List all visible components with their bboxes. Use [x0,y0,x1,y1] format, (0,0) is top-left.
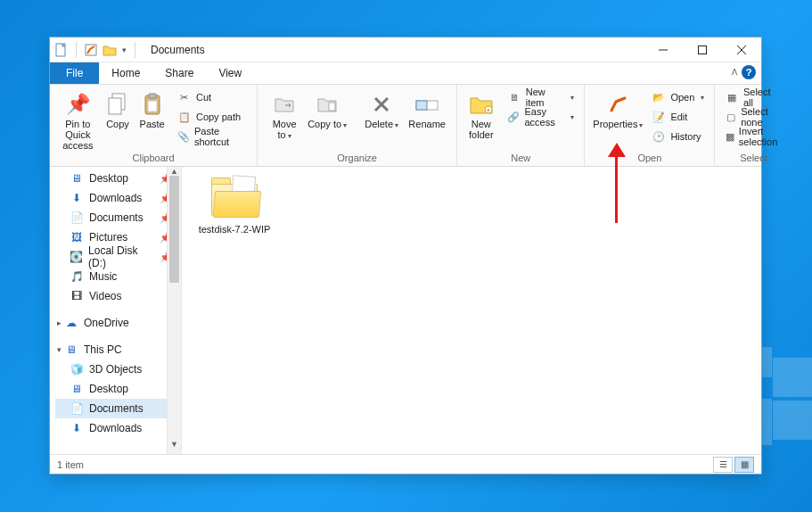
properties-button[interactable]: Properties▾ [592,88,644,131]
svg-rect-10 [148,101,157,111]
open-button[interactable]: 📂Open▾ [649,88,707,106]
ribbon: 📌 Pin to Quick access Copy Paste ✂Cut 📋C… [50,85,761,167]
edit-button[interactable]: 📝Edit [649,108,707,126]
group-label-organize: Organize [265,153,449,164]
copy-to-icon [308,90,347,119]
view-large-icons-button[interactable]: ▦ [734,457,754,473]
nav-qa-desktop[interactable]: 🖥Desktop📌 [55,169,181,188]
documents-icon: 📄 [70,211,84,224]
titlebar: ▾ Documents [50,37,761,62]
svg-rect-9 [149,94,156,98]
new-item-icon: 🗎 [507,92,521,103]
nav-qa-documents[interactable]: 📄Documents📌 [55,208,181,227]
minimize-button[interactable] [644,37,683,62]
onedrive-icon: ☁ [64,317,78,329]
cut-button[interactable]: ✂Cut [175,88,250,106]
svg-rect-15 [416,101,427,110]
invert-selection-icon: ▩ [725,131,734,143]
chevron-down-icon: ▾ [57,345,62,354]
pin-icon: 📌 [57,90,99,119]
copy-button[interactable]: Copy [103,88,134,129]
quick-access-toolbar: ▾ Documents [55,42,205,58]
delete-icon [362,90,401,119]
drive-icon: 💽 [70,251,83,263]
tab-file[interactable]: File [50,62,99,84]
help-icon[interactable]: ? [742,65,756,79]
nav-qa-videos[interactable]: 🎞Videos [55,286,181,306]
history-icon: 🕑 [652,131,666,143]
qat-customize-dropdown-icon[interactable]: ▾ [122,45,127,54]
file-list[interactable]: testdisk-7.2-WIP [182,167,761,454]
svg-rect-11 [329,103,335,111]
new-folder-button[interactable]: ✦ New folder [464,88,497,140]
nav-pc-downloads[interactable]: ⬇Downloads [55,418,181,438]
delete-button[interactable]: Delete▾ [362,88,401,131]
music-icon: 🎵 [70,270,84,283]
history-button[interactable]: 🕑History [649,128,707,145]
maximize-button[interactable] [683,37,722,62]
svg-text:✦: ✦ [486,107,491,113]
nav-pc-3d-objects[interactable]: 🧊3D Objects [55,359,181,379]
rename-button[interactable]: Rename [405,88,449,129]
desktop-icon: 🖥 [70,383,84,395]
copy-to-button[interactable]: Copy to▾ [308,88,347,131]
ribbon-group-select: ▦Select all ▢Select none ▩Invert selecti… [715,85,791,166]
edit-icon: 📝 [652,111,666,123]
rename-icon [405,90,449,119]
copy-label: Copy [103,119,134,129]
group-label-clipboard: Clipboard [57,153,250,164]
minimize-ribbon-icon[interactable]: ᐱ [732,68,737,77]
paste-button[interactable]: Paste [136,88,168,129]
nav-qa-music[interactable]: 🎵Music [55,267,181,286]
scroll-thumb[interactable] [169,176,179,283]
file-item-label: testdisk-7.2-WIP [194,224,275,235]
nav-onedrive[interactable]: ▸☁OneDrive [55,313,181,333]
easy-access-button[interactable]: 🔗Easy access▾ [504,108,577,126]
select-none-button[interactable]: ▢Select none [722,108,784,126]
window-title: Documents [151,44,205,56]
ribbon-group-organize: Move to▾ Copy to▾ Delete▾ Rename Organiz… [258,85,457,166]
open-icon: 📂 [652,92,666,103]
invert-selection-button[interactable]: ▩Invert selection [722,128,784,145]
file-item-folder[interactable]: testdisk-7.2-WIP [194,176,275,235]
status-item-count: 1 item [57,459,84,470]
copy-path-button[interactable]: 📋Copy path [175,108,250,126]
svg-rect-7 [109,98,121,114]
navigation-pane[interactable]: 🖥Desktop📌 ⬇Downloads📌 📄Documents📌 🖼Pictu… [50,167,182,454]
paste-label: Paste [136,119,168,129]
nav-pc-documents[interactable]: 📄Documents [55,399,181,418]
ribbon-group-clipboard: 📌 Pin to Quick access Copy Paste ✂Cut 📋C… [50,85,258,166]
new-folder-icon: ✦ [464,90,497,119]
nav-qa-local-disk[interactable]: 💽Local Disk (D:)📌 [55,247,181,267]
content-area: 🖥Desktop📌 ⬇Downloads📌 📄Documents📌 🖼Pictu… [50,167,761,454]
svg-rect-3 [699,45,707,54]
desktop-icon: 🖥 [70,172,84,185]
group-label-select: Select [722,153,784,164]
nav-this-pc[interactable]: ▾🖥This PC [55,340,181,359]
shortcut-icon: 📎 [177,131,190,143]
qat-file-icon[interactable] [55,43,68,57]
scroll-down-icon[interactable]: ▼ [168,440,181,454]
tab-share[interactable]: Share [152,62,206,84]
nav-qa-downloads[interactable]: ⬇Downloads📌 [55,188,181,208]
move-to-button[interactable]: Move to▾ [265,88,304,142]
file-explorer-window: ▾ Documents File Home Share View ᐱ ? 📌 P… [49,37,762,475]
pin-to-quick-access-button[interactable]: 📌 Pin to Quick access [57,88,99,151]
tab-view[interactable]: View [206,62,254,84]
select-all-icon: ▦ [725,92,739,103]
paste-shortcut-button[interactable]: 📎Paste shortcut [175,128,250,145]
tab-home[interactable]: Home [99,62,152,84]
close-button[interactable] [722,37,761,62]
status-bar: 1 item ☰ ▦ [50,454,761,474]
view-details-button[interactable]: ☰ [713,457,733,473]
nav-scrollbar[interactable]: ▲ ▼ [167,167,181,454]
qat-properties-icon[interactable] [85,44,97,56]
paste-icon [136,90,168,119]
qat-folder-icon[interactable] [103,44,117,56]
group-label-new: New [464,153,577,164]
new-item-button[interactable]: 🗎New item▾ [504,88,577,106]
nav-pc-desktop[interactable]: 🖥Desktop [55,379,181,399]
this-pc-icon: 🖥 [64,343,78,356]
select-all-button[interactable]: ▦Select all [722,88,784,106]
pin-label: Pin to Quick access [57,119,99,151]
